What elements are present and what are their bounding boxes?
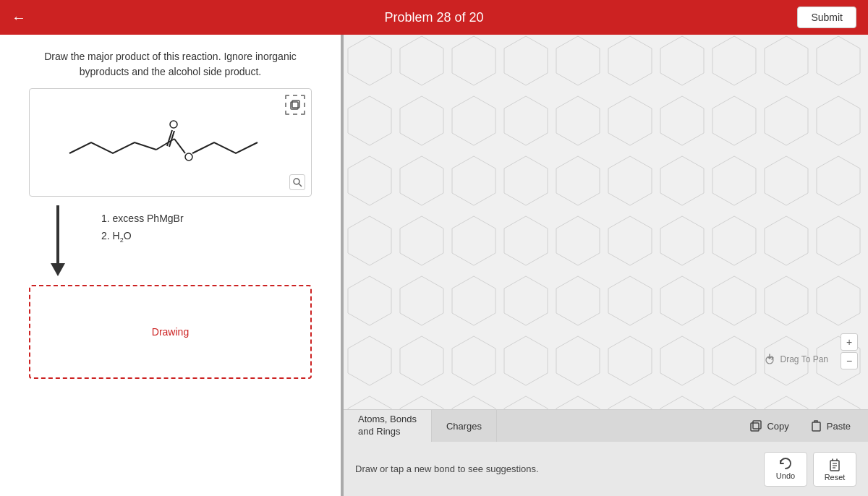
arrow-line xyxy=(56,205,59,263)
svg-rect-13 xyxy=(751,423,759,431)
toolbar-tabs: Atoms, Bonds and Rings Charges Copy xyxy=(344,410,868,442)
tab-charges[interactable]: Charges xyxy=(432,410,497,442)
svg-rect-15 xyxy=(812,422,820,431)
drawing-canvas[interactable]: Drag To Pan + − xyxy=(344,35,868,409)
reset-icon xyxy=(828,457,841,471)
molecule-structure xyxy=(62,99,279,186)
reset-button[interactable]: Reset xyxy=(813,452,856,487)
submit-button[interactable]: Submit xyxy=(797,7,856,28)
main-layout: Draw the major product of this reaction.… xyxy=(0,35,868,496)
condition-1: 1. excess PhMgBr xyxy=(101,213,184,224)
zoom-controls: + − xyxy=(841,333,858,369)
zoom-button[interactable] xyxy=(289,174,305,190)
undo-icon xyxy=(778,457,793,470)
copy-button[interactable]: Copy xyxy=(739,415,799,437)
drawing-label: Drawing xyxy=(152,326,189,338)
reaction-section: 1. excess PhMgBr 2. H2O xyxy=(22,205,319,276)
drag-icon xyxy=(763,353,776,366)
zoom-in-button[interactable]: + xyxy=(841,333,858,351)
drawing-area[interactable]: Drawing xyxy=(29,285,312,379)
svg-line-6 xyxy=(174,139,185,153)
copy-structure-icon[interactable] xyxy=(285,95,305,115)
header: ← Problem 28 of 20 Submit xyxy=(0,0,868,35)
drag-to-pan-hint: Drag To Pan xyxy=(763,353,829,366)
paste-icon xyxy=(809,419,822,432)
tab-atoms-bonds-rings[interactable]: Atoms, Bonds and Rings xyxy=(344,410,432,442)
toolbar-content: Draw or tap a new bond to see suggestion… xyxy=(344,442,868,496)
reaction-arrow xyxy=(36,205,80,276)
header-title: Problem 28 of 20 xyxy=(384,10,483,25)
back-button[interactable]: ← xyxy=(12,9,26,26)
problem-text: Draw the major product of this reaction.… xyxy=(22,49,319,80)
right-panel: Drag To Pan + − Atoms, Bonds and Rings C… xyxy=(344,35,868,496)
zoom-out-button[interactable]: − xyxy=(841,352,858,369)
molecule-box xyxy=(29,88,312,197)
svg-line-9 xyxy=(299,184,302,187)
svg-point-7 xyxy=(185,153,192,161)
reaction-conditions: 1. excess PhMgBr 2. H2O xyxy=(101,205,184,244)
svg-point-8 xyxy=(294,179,299,184)
svg-rect-14 xyxy=(753,421,761,429)
undo-button[interactable]: Undo xyxy=(764,452,807,487)
arrow-head xyxy=(51,263,65,276)
suggestion-text: Draw or tap a new bond to see suggestion… xyxy=(355,463,539,474)
copy-icon xyxy=(749,419,762,432)
bottom-toolbar: Atoms, Bonds and Rings Charges Copy xyxy=(344,409,868,496)
svg-point-5 xyxy=(170,121,177,128)
copy-paste-area: Copy Paste xyxy=(739,410,868,442)
paste-button[interactable]: Paste xyxy=(799,415,861,437)
condition-2: 2. H2O xyxy=(101,230,184,244)
left-panel: Draw the major product of this reaction.… xyxy=(0,35,344,496)
undo-reset-area: Undo Reset xyxy=(764,452,856,487)
